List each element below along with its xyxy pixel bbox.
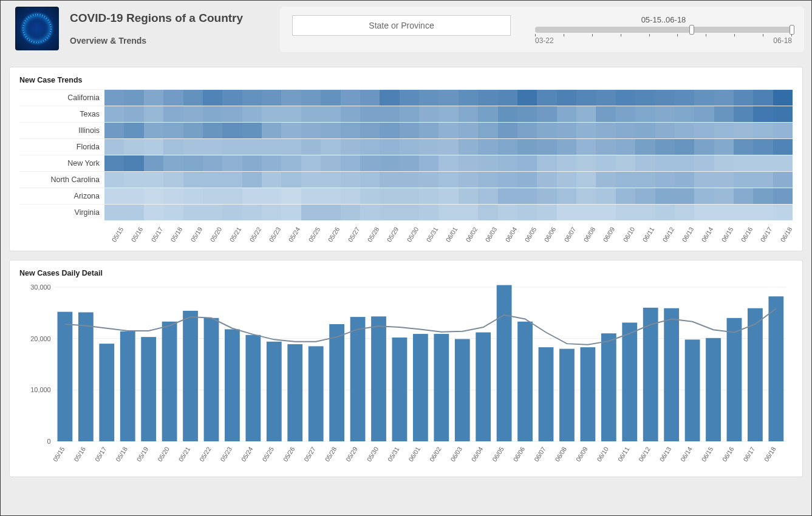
heatmap-cell[interactable] xyxy=(734,155,753,171)
bar[interactable] xyxy=(309,346,324,441)
heatmap-cell[interactable] xyxy=(459,90,478,106)
heatmap-cell[interactable] xyxy=(163,123,183,138)
bar[interactable] xyxy=(476,333,491,441)
bar[interactable] xyxy=(748,308,763,441)
heatmap-cell[interactable] xyxy=(616,106,635,122)
heatmap-cell[interactable] xyxy=(655,123,675,138)
heatmap-cell[interactable] xyxy=(714,205,734,220)
heatmap-cell[interactable] xyxy=(281,205,301,220)
heatmap-cell[interactable] xyxy=(557,188,576,204)
heatmap-cell[interactable] xyxy=(124,90,143,106)
heatmap-cell[interactable] xyxy=(517,139,537,155)
heatmap-cell[interactable] xyxy=(773,123,793,138)
heatmap-cell[interactable] xyxy=(655,106,675,122)
heatmap-cell[interactable] xyxy=(734,172,753,188)
heatmap-cell[interactable] xyxy=(183,90,203,106)
heatmap-cell[interactable] xyxy=(557,90,576,106)
heatmap-cell[interactable] xyxy=(517,123,537,138)
heatmap-cell[interactable] xyxy=(773,106,793,122)
heatmap-cell[interactable] xyxy=(222,123,242,138)
heatmap-cell[interactable] xyxy=(163,106,183,122)
heatmap-cell[interactable] xyxy=(478,90,497,106)
heatmap-cell[interactable] xyxy=(104,90,124,106)
heatmap-cell[interactable] xyxy=(459,106,478,122)
heatmap-cell[interactable] xyxy=(753,205,773,220)
heatmap-cell[interactable] xyxy=(459,188,478,204)
heatmap-cell[interactable] xyxy=(498,90,517,106)
heatmap-cell[interactable] xyxy=(203,172,222,188)
heatmap-cell[interactable] xyxy=(419,188,438,204)
heatmap-cell[interactable] xyxy=(675,172,694,188)
heatmap-cell[interactable] xyxy=(675,155,694,171)
heatmap-cell[interactable] xyxy=(596,155,615,171)
heatmap-cell[interactable] xyxy=(537,139,556,155)
heatmap-cell[interactable] xyxy=(203,123,222,138)
bar[interactable] xyxy=(183,311,198,441)
heatmap-cell[interactable] xyxy=(714,90,734,106)
bar[interactable] xyxy=(539,347,554,441)
heatmap-cell[interactable] xyxy=(104,172,124,188)
heatmap-cell[interactable] xyxy=(262,172,281,188)
heatmap-cell[interactable] xyxy=(616,90,635,106)
heatmap-cell[interactable] xyxy=(242,155,262,171)
heatmap-cell[interactable] xyxy=(596,106,615,122)
heatmap-cell[interactable] xyxy=(242,106,262,122)
heatmap-cell[interactable] xyxy=(438,172,458,188)
heatmap-cell[interactable] xyxy=(498,172,517,188)
heatmap-cell[interactable] xyxy=(400,155,419,171)
bar[interactable] xyxy=(371,316,386,441)
heatmap-cell[interactable] xyxy=(163,205,183,220)
heatmap-cell[interactable] xyxy=(596,139,615,155)
heatmap-cell[interactable] xyxy=(734,205,753,220)
heatmap-cell[interactable] xyxy=(321,205,340,220)
heatmap-cell[interactable] xyxy=(616,139,635,155)
heatmap-cell[interactable] xyxy=(281,155,301,171)
bar[interactable] xyxy=(727,318,742,441)
heatmap-cell[interactable] xyxy=(517,205,537,220)
heatmap-cell[interactable] xyxy=(635,106,655,122)
heatmap-cell[interactable] xyxy=(124,106,143,122)
heatmap-cell[interactable] xyxy=(478,155,497,171)
heatmap-cell[interactable] xyxy=(222,205,242,220)
heatmap-cell[interactable] xyxy=(438,188,458,204)
heatmap-cell[interactable] xyxy=(734,139,753,155)
heatmap-cell[interactable] xyxy=(753,106,773,122)
heatmap-cell[interactable] xyxy=(360,205,380,220)
heatmap-cell[interactable] xyxy=(498,123,517,138)
heatmap-cell[interactable] xyxy=(380,139,399,155)
heatmap-cell[interactable] xyxy=(380,188,399,204)
heatmap-cell[interactable] xyxy=(262,90,281,106)
heatmap-cell[interactable] xyxy=(459,172,478,188)
heatmap-cell[interactable] xyxy=(242,172,262,188)
heatmap-cell[interactable] xyxy=(163,155,183,171)
heatmap-cell[interactable] xyxy=(321,90,340,106)
bar[interactable] xyxy=(350,317,366,441)
heatmap-cell[interactable] xyxy=(498,139,517,155)
heatmap-cell[interactable] xyxy=(596,90,615,106)
bar[interactable] xyxy=(455,339,470,441)
heatmap-cell[interactable] xyxy=(341,123,360,138)
bar[interactable] xyxy=(601,333,616,441)
heatmap-cell[interactable] xyxy=(104,123,124,138)
heatmap-cell[interactable] xyxy=(242,205,262,220)
heatmap-cell[interactable] xyxy=(419,123,438,138)
heatmap-cell[interactable] xyxy=(203,155,222,171)
heatmap-cell[interactable] xyxy=(301,205,321,220)
heatmap-cell[interactable] xyxy=(262,123,281,138)
heatmap-cell[interactable] xyxy=(419,106,438,122)
heatmap-cell[interactable] xyxy=(753,90,773,106)
heatmap-cell[interactable] xyxy=(341,139,360,155)
heatmap-cell[interactable] xyxy=(242,90,262,106)
heatmap-cell[interactable] xyxy=(281,90,301,106)
heatmap-cell[interactable] xyxy=(675,90,694,106)
heatmap-cell[interactable] xyxy=(124,205,143,220)
heatmap-cell[interactable] xyxy=(537,188,556,204)
bar[interactable] xyxy=(329,324,344,441)
heatmap-cell[interactable] xyxy=(144,172,163,188)
heatmap-cell[interactable] xyxy=(694,155,714,171)
heatmap-cell[interactable] xyxy=(576,106,596,122)
heatmap-cell[interactable] xyxy=(400,172,419,188)
heatmap-cell[interactable] xyxy=(301,123,321,138)
heatmap-cell[interactable] xyxy=(419,90,438,106)
heatmap-cell[interactable] xyxy=(438,139,458,155)
